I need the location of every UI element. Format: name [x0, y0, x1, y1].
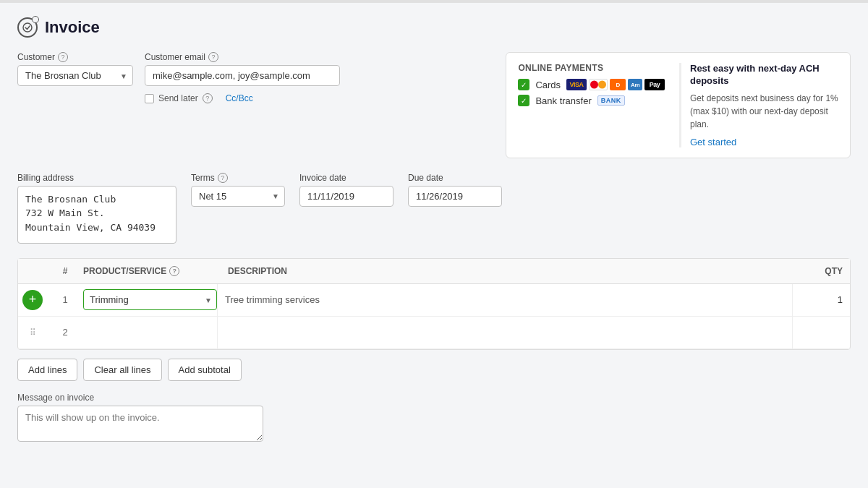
message-input[interactable]: [17, 406, 263, 442]
discover-icon: D: [610, 79, 626, 90]
table-header: # PRODUCT/SERVICE ? DESCRIPTION QTY: [18, 259, 850, 284]
row-2-product-wrapper: [83, 322, 217, 342]
cards-label: Cards: [535, 80, 561, 90]
invoice-table: # PRODUCT/SERVICE ? DESCRIPTION QTY + 1 …: [17, 258, 851, 350]
row-2-product-input[interactable]: [83, 322, 217, 342]
customer-label: Customer ?: [17, 52, 133, 62]
add-lines-button[interactable]: Add lines: [17, 359, 77, 381]
invoice-date-label: Invoice date: [299, 173, 393, 183]
row-1-num: 1: [47, 294, 83, 305]
main-content: Invoice Customer ? The Brosnan Club ▼: [0, 3, 868, 458]
message-section: Message on invoice: [17, 393, 851, 444]
billing-address-textarea[interactable]: The Brosnan Club 732 W Main St. Mountain…: [17, 186, 176, 244]
send-later-help-icon[interactable]: ?: [203, 93, 213, 103]
online-payments-left: Online payments ✓ Cards VISA D Am: [518, 63, 665, 147]
terms-field-group: Terms ? Net 15 Due on receipt Net 30 Net…: [191, 173, 285, 207]
ach-promo: Rest easy with next-day ACH deposits Get…: [679, 63, 838, 147]
form-middle: Billing address The Brosnan Club 732 W M…: [17, 173, 851, 244]
bank-transfer-checkbox[interactable]: ✓: [518, 95, 529, 106]
desc-col-header: DESCRIPTION: [228, 266, 792, 276]
terms-help-icon[interactable]: ?: [218, 173, 228, 183]
customer-field-group: Customer ? The Brosnan Club ▼: [17, 52, 133, 103]
due-date-input[interactable]: [408, 186, 502, 207]
customer-email-help-icon[interactable]: ?: [208, 52, 218, 62]
table-row: ⠿ 2: [18, 317, 850, 349]
customer-help-icon[interactable]: ?: [58, 52, 68, 62]
cards-checkbox[interactable]: ✓: [518, 79, 529, 90]
add-row-button[interactable]: +: [22, 290, 43, 310]
form-left: Customer ? The Brosnan Club ▼ Customer e…: [17, 52, 491, 103]
invoice-page: Invoice Customer ? The Brosnan Club ▼: [0, 0, 868, 488]
drag-handle-icon[interactable]: ⠿: [30, 328, 36, 338]
row-1-product-select[interactable]: Trimming: [83, 289, 217, 310]
row-1-description: Tree trimming services: [217, 284, 792, 316]
clear-all-lines-button[interactable]: Clear all lines: [83, 359, 161, 381]
customer-email-field-group: Customer email ? Send later ? Cc/Bcc: [145, 52, 340, 103]
mastercard-icon: [589, 79, 608, 90]
row-1-product-wrapper: Trimming ▼: [83, 289, 217, 310]
row-2-qty: [792, 317, 850, 348]
amex-icon: Am: [628, 79, 642, 90]
invoice-date-input[interactable]: [299, 186, 393, 207]
card-icons: VISA D Am Pay: [566, 79, 665, 90]
terms-select[interactable]: Net 15 Due on receipt Net 30 Net 60 Cust…: [191, 186, 285, 207]
due-date-label: Due date: [408, 173, 502, 183]
online-payments-section: Online payments ✓ Cards VISA D Am: [506, 52, 851, 158]
row-2-num: 2: [47, 327, 83, 338]
bank-transfer-label: Bank transfer: [535, 95, 591, 106]
apple-pay-icon: Pay: [644, 79, 665, 90]
customer-select[interactable]: The Brosnan Club: [17, 65, 133, 86]
drag-handle-cell: ⠿: [18, 327, 47, 338]
ach-promo-text: Get deposits next business day for 1% (m…: [690, 92, 838, 131]
ach-promo-title: Rest easy with next-day ACH deposits: [690, 63, 838, 87]
cc-bcc-link[interactable]: Cc/Bcc: [226, 93, 253, 103]
page-title: Invoice: [45, 18, 100, 37]
message-label: Message on invoice: [17, 393, 851, 403]
due-date-field-group: Due date: [408, 173, 502, 207]
bank-badge: BANK: [597, 95, 625, 106]
num-col-header: #: [47, 266, 83, 276]
send-later-row: Send later ? Cc/Bcc: [145, 93, 340, 103]
row-1-qty: 1: [792, 284, 850, 316]
terms-select-wrapper: Net 15 Due on receipt Net 30 Net 60 Cust…: [191, 186, 285, 207]
terms-label: Terms ?: [191, 173, 285, 183]
bank-transfer-payment-option: ✓ Bank transfer BANK: [518, 95, 665, 106]
qty-col-header: QTY: [792, 266, 850, 276]
visa-icon: VISA: [566, 79, 587, 90]
invoice-icon: [17, 17, 38, 38]
send-later-checkbox[interactable]: [145, 94, 154, 103]
action-buttons: Add lines Clear all lines Add subtotal: [17, 350, 851, 381]
billing-address-field-group: Billing address The Brosnan Club 732 W M…: [17, 173, 176, 244]
product-col-header: PRODUCT/SERVICE ?: [83, 266, 228, 276]
invoice-date-field-group: Invoice date: [299, 173, 393, 207]
send-later-label: Send later: [158, 93, 198, 103]
billing-address-label: Billing address: [17, 173, 176, 183]
online-payments-title: Online payments: [518, 63, 665, 73]
customer-email-label: Customer email ?: [145, 52, 340, 62]
get-started-link[interactable]: Get started: [690, 137, 736, 147]
add-row-cell: +: [18, 290, 47, 310]
add-subtotal-button[interactable]: Add subtotal: [168, 359, 242, 381]
customer-email-input[interactable]: [145, 65, 340, 86]
product-help-icon[interactable]: ?: [169, 266, 179, 276]
page-title-row: Invoice: [17, 17, 851, 38]
table-row: + 1 Trimming ▼ Tree trimming services 1: [18, 284, 850, 317]
customer-select-wrapper: The Brosnan Club ▼: [17, 65, 133, 86]
form-top: Customer ? The Brosnan Club ▼ Customer e…: [17, 52, 851, 158]
row-2-description: [217, 317, 792, 348]
svg-point-0: [23, 23, 32, 32]
cards-payment-option: ✓ Cards VISA D Am Pay: [518, 79, 665, 90]
